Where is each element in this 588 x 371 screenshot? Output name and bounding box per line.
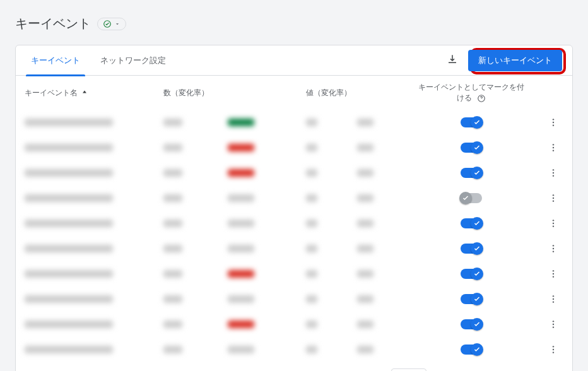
count-change-cell — [228, 270, 254, 278]
value-cell — [306, 346, 317, 353]
count-change-cell — [228, 295, 254, 303]
value-change-cell — [357, 194, 373, 202]
row-menu-button[interactable] — [543, 244, 563, 254]
mark-toggle[interactable] — [461, 294, 482, 304]
svg-point-16 — [553, 225, 554, 227]
mark-toggle[interactable] — [461, 193, 482, 203]
status-pill[interactable] — [97, 18, 126, 30]
event-name-cell — [25, 245, 113, 252]
table-row — [16, 160, 572, 186]
svg-point-15 — [553, 223, 554, 224]
table-row — [16, 286, 572, 312]
svg-point-2 — [553, 119, 554, 120]
svg-point-11 — [553, 194, 554, 196]
event-name-cell — [25, 169, 113, 177]
mark-toggle[interactable] — [461, 344, 482, 355]
mark-toggle[interactable] — [461, 244, 482, 254]
mark-toggle[interactable] — [461, 143, 482, 153]
count-change-cell — [228, 220, 254, 227]
row-menu-button[interactable] — [543, 218, 563, 228]
event-name-cell — [25, 295, 113, 303]
count-change-cell — [228, 144, 254, 151]
page-title: キーイベント — [15, 15, 91, 32]
value-cell — [306, 245, 317, 252]
count-cell — [163, 346, 182, 353]
count-change-cell — [228, 245, 254, 252]
value-change-cell — [357, 245, 373, 252]
count-cell — [163, 295, 182, 303]
svg-point-18 — [553, 248, 554, 249]
table-row — [16, 186, 572, 211]
chevron-down-icon — [114, 21, 121, 27]
svg-point-9 — [553, 172, 554, 174]
svg-point-12 — [553, 197, 554, 199]
value-cell — [306, 295, 317, 303]
tab-network[interactable]: ネットワーク設定 — [95, 45, 171, 76]
count-cell — [163, 245, 182, 252]
value-cell — [306, 194, 317, 202]
count-cell — [163, 321, 182, 328]
svg-point-4 — [553, 124, 554, 126]
mark-toggle[interactable] — [461, 218, 482, 228]
main-panel: キーイベント ネットワーク設定 新しいキーイベント キーイベント名 数（変化率）… — [15, 45, 573, 371]
svg-point-31 — [553, 351, 554, 353]
table-row — [16, 110, 572, 135]
row-menu-button[interactable] — [543, 294, 563, 304]
download-icon[interactable] — [447, 54, 458, 67]
count-change-cell — [228, 321, 254, 328]
value-cell — [306, 220, 317, 227]
value-change-cell — [357, 346, 373, 353]
row-menu-button[interactable] — [543, 269, 563, 279]
svg-point-7 — [553, 150, 554, 151]
mark-toggle[interactable] — [461, 269, 482, 279]
value-cell — [306, 270, 317, 278]
col-count[interactable]: 数（変化率） — [155, 76, 297, 110]
value-cell — [306, 144, 317, 151]
tab-bar: キーイベント ネットワーク設定 新しいキーイベント — [16, 45, 572, 76]
table-footer: Items per page: 10 1 – 10 of 27 — [16, 362, 572, 371]
col-value[interactable]: 値（変化率） — [297, 76, 408, 110]
row-menu-button[interactable] — [543, 319, 563, 329]
value-cell — [306, 119, 317, 126]
event-name-cell — [25, 270, 113, 278]
count-cell — [163, 169, 182, 177]
count-change-cell — [228, 169, 254, 177]
svg-point-25 — [553, 301, 554, 302]
svg-point-6 — [553, 147, 554, 148]
new-key-event-button[interactable]: 新しいキーイベント — [468, 50, 562, 71]
row-menu-button[interactable] — [543, 117, 563, 127]
value-change-cell — [357, 270, 373, 278]
arrow-up-icon — [79, 88, 88, 97]
svg-point-29 — [553, 346, 554, 347]
row-menu-button[interactable] — [543, 168, 563, 178]
svg-point-8 — [553, 169, 554, 170]
mark-toggle[interactable] — [461, 319, 482, 329]
help-icon[interactable] — [474, 93, 486, 102]
event-name-cell — [25, 220, 113, 227]
mark-toggle[interactable] — [461, 117, 482, 127]
check-circle-icon — [103, 20, 112, 28]
count-cell — [163, 119, 182, 126]
events-table: キーイベント名 数（変化率） 値（変化率） キーイベントとしてマークを付ける — [16, 76, 572, 362]
items-per-page-select[interactable]: 10 — [391, 368, 426, 371]
col-name[interactable]: キーイベント名 — [16, 76, 155, 110]
svg-point-19 — [553, 250, 554, 252]
row-menu-button[interactable] — [543, 143, 563, 153]
count-change-cell — [228, 119, 254, 126]
svg-point-10 — [553, 175, 554, 176]
svg-point-21 — [553, 273, 554, 274]
tab-key-events[interactable]: キーイベント — [26, 45, 85, 76]
count-change-cell — [228, 346, 254, 353]
count-cell — [163, 220, 182, 227]
row-menu-button[interactable] — [543, 193, 563, 203]
row-menu-button[interactable] — [543, 344, 563, 355]
mark-toggle[interactable] — [461, 168, 482, 178]
event-name-cell — [25, 119, 113, 126]
svg-point-28 — [553, 326, 554, 327]
svg-point-17 — [553, 245, 554, 246]
value-change-cell — [357, 220, 373, 227]
table-row — [16, 337, 572, 362]
count-cell — [163, 194, 182, 202]
value-change-cell — [357, 321, 373, 328]
svg-point-23 — [553, 295, 554, 297]
